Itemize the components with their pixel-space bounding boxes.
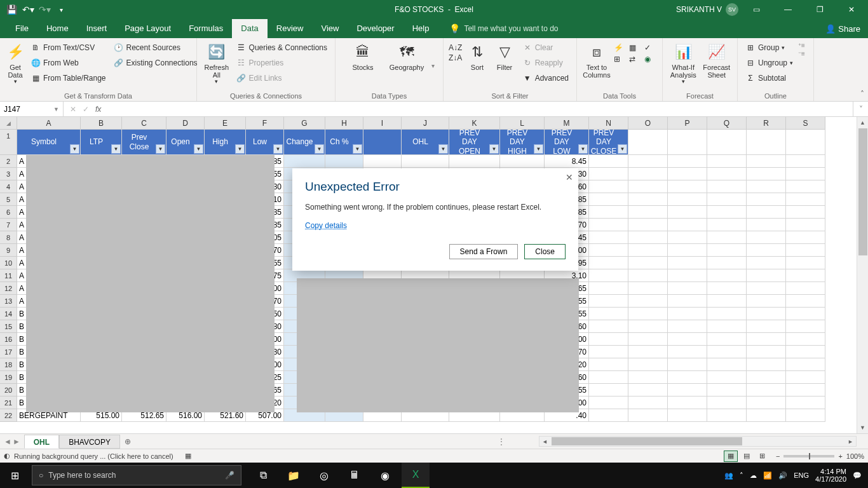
- fx-icon[interactable]: fx: [95, 105, 101, 114]
- hscroll-thumb[interactable]: [552, 437, 742, 445]
- name-box[interactable]: J147 ▼: [0, 102, 64, 116]
- flash-fill-icon[interactable]: ⚡: [614, 43, 627, 52]
- undo-icon[interactable]: ↶▾: [20, 2, 36, 17]
- sheet-tab-ohl[interactable]: OHL: [24, 435, 59, 449]
- ungroup-button[interactable]: ⊟Ungroup ▾: [743, 56, 796, 70]
- zoom-percent[interactable]: 100%: [846, 452, 864, 460]
- scroll-down-icon[interactable]: ▼: [857, 422, 868, 433]
- group-button[interactable]: ⊞Group ▾: [743, 41, 796, 55]
- macro-record-icon[interactable]: ▦: [185, 452, 191, 460]
- text-to-columns-button[interactable]: ⧈Text to Columns: [582, 41, 611, 79]
- vertical-scrollbar[interactable]: ▲ ▼: [857, 117, 868, 433]
- status-message[interactable]: Running background query ... (Click here…: [14, 452, 173, 460]
- send-frown-button[interactable]: Send a Frown: [449, 244, 519, 259]
- redo-icon[interactable]: ↷▾: [37, 2, 52, 17]
- language-indicator[interactable]: ENG: [794, 471, 809, 479]
- existing-connections-button[interactable]: 🔗Existing Connections: [111, 56, 200, 70]
- maximize-button[interactable]: ❐: [806, 0, 834, 19]
- namebox-dropdown-icon[interactable]: ▼: [53, 106, 59, 112]
- mic-icon[interactable]: 🎤: [225, 471, 234, 480]
- page-break-view-icon[interactable]: ⊞: [756, 451, 770, 462]
- chrome-icon[interactable]: ◉: [371, 463, 399, 488]
- collapse-ribbon-icon[interactable]: ˄: [860, 90, 864, 98]
- minimize-button[interactable]: —: [774, 0, 802, 19]
- share-button[interactable]: 👤 Share: [825, 24, 860, 34]
- page-layout-view-icon[interactable]: ▤: [740, 451, 754, 462]
- save-icon[interactable]: 💾: [4, 2, 19, 17]
- add-sheet-button[interactable]: ⊕: [120, 437, 135, 446]
- excel-taskbar-icon[interactable]: X: [402, 463, 430, 488]
- file-explorer-icon[interactable]: 📁: [280, 463, 308, 488]
- tab-formulas[interactable]: Formulas: [180, 19, 232, 38]
- sheet-next-icon[interactable]: ►: [13, 437, 20, 446]
- tab-review[interactable]: Review: [268, 19, 313, 38]
- tab-insert[interactable]: Insert: [78, 19, 116, 38]
- start-button[interactable]: ⊞: [0, 463, 29, 488]
- dialog-close-button[interactable]: Close: [524, 244, 566, 259]
- refresh-all-button[interactable]: 🔄 Refresh All▾: [202, 41, 231, 85]
- ribbon-options-icon[interactable]: ▭: [742, 0, 770, 19]
- zoom-slider[interactable]: [783, 455, 834, 458]
- tab-file[interactable]: File: [6, 19, 37, 38]
- scroll-thumb[interactable]: [858, 128, 867, 255]
- recent-sources-button[interactable]: 🕑Recent Sources: [111, 41, 200, 55]
- datatype-expand-icon[interactable]: ▾: [431, 62, 435, 69]
- wifi-icon[interactable]: 📶: [763, 471, 772, 480]
- zoom-in-button[interactable]: +: [838, 452, 842, 460]
- get-data-button[interactable]: ⚡ Get Data▾: [5, 41, 25, 85]
- enter-formula-icon[interactable]: ✓: [83, 105, 89, 114]
- formula-bar-expand-icon[interactable]: ˅: [853, 102, 868, 116]
- tab-developer[interactable]: Developer: [348, 19, 403, 38]
- sheet-prev-icon[interactable]: ◄: [4, 437, 11, 446]
- scroll-up-icon[interactable]: ▲: [857, 117, 868, 128]
- tab-help[interactable]: Help: [403, 19, 438, 38]
- cancel-formula-icon[interactable]: ✕: [70, 105, 76, 114]
- calculator-icon[interactable]: 🖩: [341, 463, 369, 488]
- stocks-datatype-button[interactable]: 🏛Stocks: [344, 41, 382, 71]
- taskbar-search[interactable]: ○ Type here to search 🎤: [32, 465, 241, 485]
- normal-view-icon[interactable]: ▦: [724, 451, 738, 462]
- user-avatar[interactable]: SV: [726, 3, 738, 16]
- sort-az-icon[interactable]: A↓Z: [449, 43, 462, 52]
- taskbar-clock[interactable]: 4:14 PM 4/17/2020: [815, 468, 846, 483]
- from-text-csv-button[interactable]: 🗎From Text/CSV: [28, 41, 109, 55]
- from-table-button[interactable]: ▦From Table/Range: [28, 71, 109, 85]
- hscroll-left-icon[interactable]: ◄: [539, 438, 550, 445]
- column-headers[interactable]: ABCDEFGHIJKLMNOPQRS: [17, 117, 825, 130]
- task-view-icon[interactable]: ⧉: [249, 463, 277, 488]
- consolidate-icon[interactable]: ⊞: [614, 55, 627, 64]
- filter-button[interactable]: ▽Filter: [492, 41, 517, 71]
- data-val-icon[interactable]: ✓: [644, 43, 657, 52]
- sheet-tab-bhavcopy[interactable]: BHAVCOPY: [59, 435, 120, 449]
- qat-dropdown-icon[interactable]: ▾: [53, 2, 69, 17]
- remove-dup-icon[interactable]: ▦: [629, 43, 642, 52]
- outline-collapse-icon[interactable]: ⁻≡: [798, 50, 805, 57]
- hscroll-right-icon[interactable]: ►: [845, 438, 856, 445]
- zoom-out-button[interactable]: −: [776, 452, 780, 460]
- relationships-icon[interactable]: ⇄: [629, 55, 642, 64]
- copy-details-link[interactable]: Copy details: [305, 221, 347, 230]
- tab-data[interactable]: Data: [232, 19, 267, 38]
- outline-expand-icon[interactable]: ⁺≡: [798, 42, 805, 49]
- tell-me[interactable]: 💡 Tell me what you want to do: [449, 24, 558, 34]
- from-web-button[interactable]: 🌐From Web: [28, 56, 109, 70]
- tab-view[interactable]: View: [312, 19, 348, 38]
- media-app-icon[interactable]: ◎: [310, 463, 338, 488]
- formula-bar-input[interactable]: [107, 102, 853, 116]
- notifications-icon[interactable]: 💬: [853, 471, 862, 480]
- clear-filter-button[interactable]: ✕Clear: [520, 41, 571, 55]
- reapply-button[interactable]: ↻Reapply: [520, 56, 571, 70]
- tray-expand-icon[interactable]: ˄: [740, 471, 743, 480]
- advanced-filter-button[interactable]: ▼Advanced: [520, 71, 571, 85]
- properties-button[interactable]: ☷Properties: [234, 56, 330, 70]
- dialog-close-icon[interactable]: ✕: [566, 172, 573, 182]
- horizontal-scrollbar[interactable]: ◄ ►: [539, 436, 857, 447]
- row-headers[interactable]: 12345678910111213141516171819202122: [0, 130, 17, 422]
- sheet-nav[interactable]: ◄►: [0, 437, 24, 446]
- onedrive-icon[interactable]: ☁: [750, 471, 757, 480]
- tab-page-layout[interactable]: Page Layout: [116, 19, 180, 38]
- tab-home[interactable]: Home: [37, 19, 78, 38]
- sort-button[interactable]: ⇅Sort: [465, 41, 489, 71]
- edit-links-button[interactable]: 🔗Edit Links: [234, 71, 330, 85]
- people-icon[interactable]: 👥: [724, 471, 733, 480]
